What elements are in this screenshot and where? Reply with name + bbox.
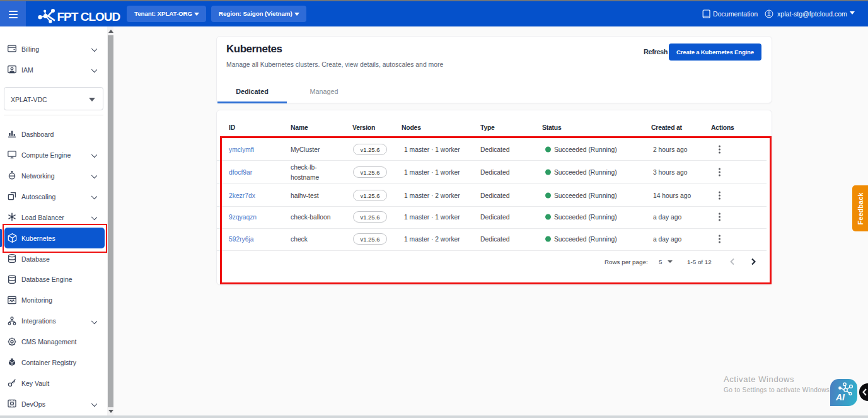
svg-text:AI: AI bbox=[835, 392, 845, 402]
svg-text:FPT CLOUD: FPT CLOUD bbox=[57, 10, 120, 23]
